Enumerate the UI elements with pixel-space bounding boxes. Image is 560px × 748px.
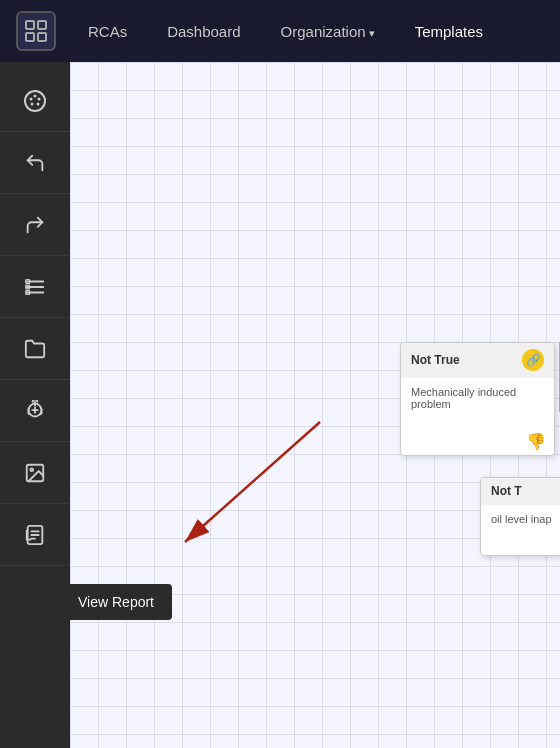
- svg-rect-3: [38, 33, 46, 41]
- canvas-area[interactable]: Not True 🔗 Mechanically induced problem …: [70, 62, 560, 748]
- card-2-title: Not T: [491, 484, 522, 498]
- card-2-body-text: oil level inap: [491, 513, 552, 525]
- svg-rect-0: [26, 21, 34, 29]
- top-nav: RCAs Dashboard Organization Templates: [0, 0, 560, 62]
- link-icon[interactable]: 🔗: [522, 349, 544, 371]
- card-1-title: Not True: [411, 353, 460, 367]
- nav-dashboard[interactable]: Dashboard: [159, 19, 248, 44]
- svg-point-6: [34, 94, 37, 97]
- sidebar-item-folder[interactable]: [0, 318, 70, 380]
- svg-point-4: [25, 91, 45, 111]
- sidebar-item-palette[interactable]: [0, 70, 70, 132]
- sidebar-item-undo[interactable]: [0, 132, 70, 194]
- sidebar-item-redo[interactable]: [0, 194, 70, 256]
- svg-point-9: [31, 102, 34, 105]
- nav-rcas[interactable]: RCAs: [80, 19, 135, 44]
- card-1-footer: 👎: [401, 428, 554, 455]
- main-layout: View Report Not True 🔗 Mechanically i: [0, 62, 560, 748]
- card-1-body-text: Mechanically induced problem: [411, 386, 516, 410]
- svg-point-5: [30, 97, 33, 100]
- card-1-header: Not True 🔗: [401, 343, 554, 378]
- view-report-tooltip[interactable]: View Report: [60, 584, 172, 620]
- sidebar-item-report[interactable]: [0, 504, 70, 566]
- sidebar-item-image[interactable]: [0, 442, 70, 504]
- logo[interactable]: [16, 11, 56, 51]
- canvas-card-1: Not True 🔗 Mechanically induced problem …: [400, 342, 555, 456]
- sidebar-item-brain[interactable]: [0, 380, 70, 442]
- sidebar: View Report: [0, 62, 70, 748]
- nav-organization[interactable]: Organization: [273, 19, 383, 44]
- nav-templates[interactable]: Templates: [407, 19, 491, 44]
- thumbs-down-icon[interactable]: 👎: [526, 432, 546, 451]
- svg-rect-2: [26, 33, 34, 41]
- svg-line-26: [185, 422, 320, 542]
- card-2-body: oil level inap: [481, 505, 560, 555]
- sidebar-item-list[interactable]: [0, 256, 70, 318]
- svg-rect-1: [38, 21, 46, 29]
- canvas-card-2: Not T oil level inap: [480, 477, 560, 556]
- card-2-header: Not T: [481, 478, 560, 505]
- svg-point-7: [38, 97, 41, 100]
- svg-point-8: [37, 102, 40, 105]
- svg-point-20: [30, 468, 33, 471]
- card-1-body: Mechanically induced problem: [401, 378, 554, 428]
